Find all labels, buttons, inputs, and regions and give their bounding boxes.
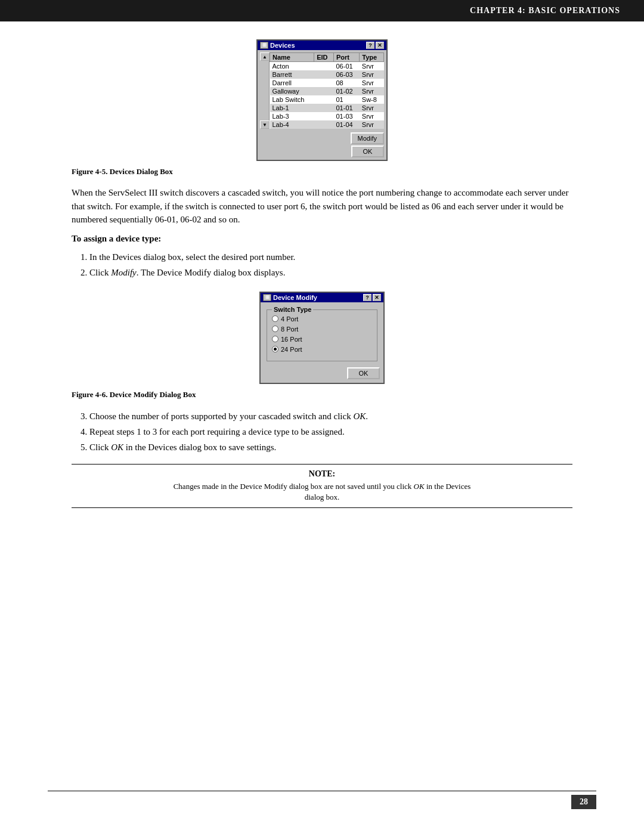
devices-table: Name EID Port Type Acton06-01SrvrBarrett… (270, 52, 384, 129)
cell-name: Lab-1 (270, 104, 314, 112)
scroll-up[interactable]: ▲ (260, 52, 270, 61)
help-button[interactable]: ? (366, 42, 374, 49)
step5-italic: OK (111, 442, 123, 452)
table-row[interactable]: Barrett06-03Srvr (270, 70, 384, 79)
note-text: Changes made in the Device Modify dialog… (72, 481, 572, 503)
cell-type: Sw-8 (360, 95, 384, 104)
cell-eid (314, 79, 334, 87)
radio-circle (272, 326, 278, 332)
cell-eid (314, 120, 334, 129)
cell-name: Lab Switch (270, 95, 314, 104)
ok-button[interactable]: OK (351, 145, 384, 157)
device-modify-dialog-container: ⊞ Device Modify ? ✕ Switch Type 4 Port8 … (72, 292, 572, 384)
table-row[interactable]: Darrell08Srvr (270, 79, 384, 87)
cell-type: Srvr (360, 87, 384, 95)
step2-italic: Modify (111, 268, 137, 277)
table-row[interactable]: Lab-301-03Srvr (270, 112, 384, 120)
cell-eid (314, 87, 334, 95)
devices-dialog: ⊞ Devices ? ✕ ▲ ▼ (256, 39, 388, 161)
cell-port: 01-03 (333, 112, 359, 120)
step3-italic: OK (353, 411, 366, 421)
cell-port: 06-01 (333, 62, 359, 71)
device-modify-titlebar: ⊞ Device Modify ? ✕ (261, 293, 383, 302)
note-title: NOTE: (72, 469, 572, 479)
devices-table-area: ▲ ▼ Name EID Port (258, 50, 386, 131)
col-eid: EID (314, 53, 334, 62)
group-label: Switch Type (272, 306, 313, 313)
devices-inner: ▲ ▼ Name EID Port (260, 52, 384, 129)
col-type: Type (360, 53, 384, 62)
cell-name: Lab-4 (270, 120, 314, 129)
cell-port: 01-04 (333, 120, 359, 129)
cell-type: Srvr (360, 120, 384, 129)
cell-name: Lab-3 (270, 112, 314, 120)
table-row[interactable]: Lab Switch01Sw-8 (270, 95, 384, 104)
radio-circle (272, 346, 278, 352)
step-1: In the Devices dialog box, select the de… (89, 250, 572, 264)
switch-type-group: Switch Type 4 Port8 Port16 Port24 Port (267, 309, 377, 361)
radio-item[interactable]: 24 Port (272, 346, 372, 353)
figure6-caption: Figure 4-6. Device Modify Dialog Box (72, 390, 572, 400)
cell-eid (314, 70, 334, 79)
table-row[interactable]: Lab-401-04Srvr (270, 120, 384, 129)
dm-app-icon: ⊞ (263, 294, 271, 301)
table-row[interactable]: Galloway01-02Srvr (270, 87, 384, 95)
dm-ok-button[interactable]: OK (347, 367, 380, 379)
titlebar-controls: ? ✕ (366, 42, 384, 49)
cell-type: Srvr (360, 70, 384, 79)
radio-item[interactable]: 8 Port (272, 326, 372, 333)
col-port: Port (333, 53, 359, 62)
left-scrollbar: ▲ ▼ (260, 52, 270, 129)
radio-item[interactable]: 4 Port (272, 315, 372, 323)
cell-eid (314, 62, 334, 71)
chapter-title: CHAPTER 4: BASIC OPERATIONS (470, 6, 620, 15)
scroll-down[interactable]: ▼ (260, 120, 270, 129)
page-number: 28 (571, 795, 596, 809)
cell-eid (314, 112, 334, 120)
cell-port: 01-02 (333, 87, 359, 95)
radio-options: 4 Port8 Port16 Port24 Port (272, 315, 372, 353)
page: CHAPTER 4: BASIC OPERATIONS ⊞ Devices ? … (0, 0, 644, 833)
radio-circle (272, 336, 278, 342)
radio-label: 16 Port (281, 336, 302, 343)
cell-port: 01-01 (333, 104, 359, 112)
cell-type: Srvr (360, 104, 384, 112)
step-5: Click OK in the Devices dialog box to sa… (89, 440, 572, 454)
radio-circle (272, 315, 278, 322)
chapter-header: CHAPTER 4: BASIC OPERATIONS (0, 0, 644, 21)
table-row[interactable]: Lab-101-01Srvr (270, 104, 384, 112)
radio-label: 24 Port (281, 346, 302, 353)
devices-dialog-container: ⊞ Devices ? ✕ ▲ ▼ (72, 39, 572, 161)
cell-port: 06-03 (333, 70, 359, 79)
modify-button[interactable]: Modify (351, 132, 384, 144)
cell-type: Srvr (360, 112, 384, 120)
radio-label: 8 Port (281, 326, 298, 333)
table-row[interactable]: Acton06-01Srvr (270, 62, 384, 71)
devices-dialog-title: Devices (270, 42, 295, 49)
dm-help-button[interactable]: ? (363, 294, 371, 301)
step-4: Repeat steps 1 to 3 for each port requir… (89, 425, 572, 439)
cell-eid (314, 104, 334, 112)
step-2: Click Modify. The Device Modify dialog b… (89, 265, 572, 280)
cell-name: Darrell (270, 79, 314, 87)
dm-titlebar-controls: ? ✕ (363, 294, 381, 301)
cell-port: 08 (333, 79, 359, 87)
cell-port: 01 (333, 95, 359, 104)
col-name: Name (270, 53, 314, 62)
cell-eid (314, 95, 334, 104)
device-modify-dialog: ⊞ Device Modify ? ✕ Switch Type 4 Port8 … (259, 292, 385, 384)
steps-list-2: Choose the number of ports supported by … (89, 409, 572, 454)
devices-content: Name EID Port Type Acton06-01SrvrBarrett… (270, 52, 384, 129)
cell-name: Barrett (270, 70, 314, 79)
cell-type: Srvr (360, 62, 384, 71)
devices-titlebar: ⊞ Devices ? ✕ (258, 41, 386, 50)
section-heading: To assign a device type: (72, 234, 572, 244)
figure5-caption: Figure 4-5. Devices Dialog Box (72, 167, 572, 176)
devices-btn-area: Modify OK (258, 131, 386, 160)
footer-line (48, 791, 596, 791)
radio-item[interactable]: 16 Port (272, 336, 372, 343)
close-button[interactable]: ✕ (376, 42, 384, 49)
step-3: Choose the number of ports supported by … (89, 409, 572, 423)
dm-close-button[interactable]: ✕ (373, 294, 381, 301)
note-italic-ok: OK (414, 482, 425, 491)
